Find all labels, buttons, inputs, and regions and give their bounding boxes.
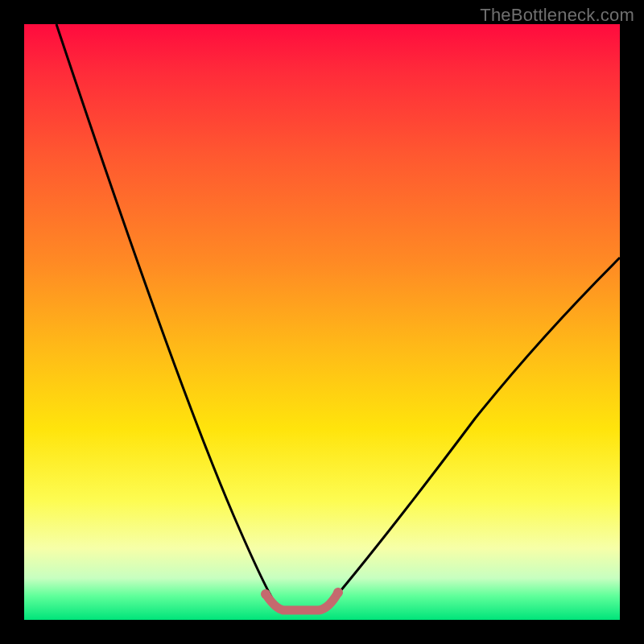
bottleneck-curve-svg bbox=[24, 24, 620, 620]
flat-segment-right-dot bbox=[333, 588, 343, 597]
watermark-text: TheBottleneck.com bbox=[480, 5, 634, 26]
flat-segment-left-dot bbox=[261, 589, 270, 599]
bottleneck-curve bbox=[56, 24, 620, 610]
flat-minimum-segment bbox=[266, 592, 338, 610]
plot-area bbox=[24, 24, 620, 620]
chart-frame: TheBottleneck.com bbox=[0, 0, 644, 644]
